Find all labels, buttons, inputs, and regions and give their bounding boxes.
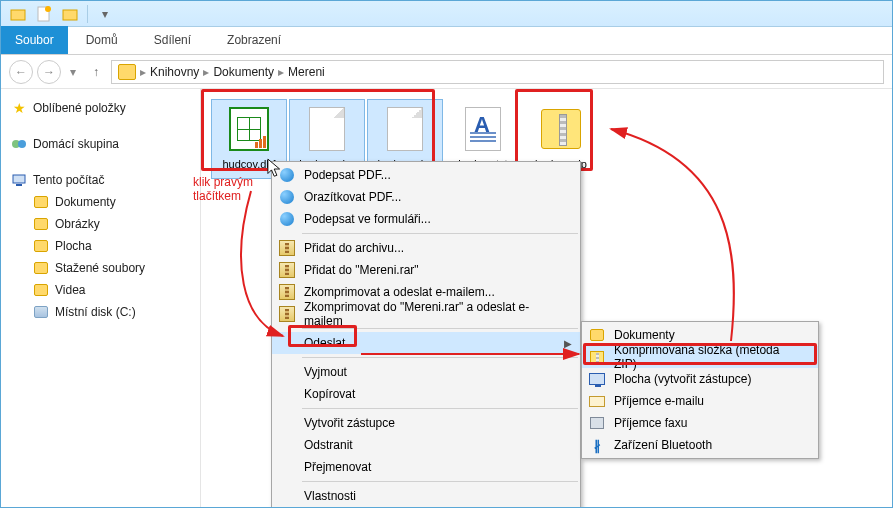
sidebar-item-localdisk[interactable]: Místní disk (C:)	[1, 301, 200, 323]
thispc-header[interactable]: Tento počítač	[1, 169, 200, 191]
address-bar[interactable]: ▸ Knihovny ▸ Dokumenty ▸ Mereni	[111, 60, 884, 84]
bluetooth-icon: ∦	[588, 436, 606, 454]
folder-icon	[33, 260, 49, 276]
sidebar-item-desktop[interactable]: Plocha	[1, 235, 200, 257]
back-button[interactable]: ←	[9, 60, 33, 84]
sendto-compressed-zip[interactable]: Komprimovaná složka (metoda ZIP)	[582, 346, 818, 368]
svg-rect-3	[63, 10, 77, 20]
submenu-arrow-icon: ▶	[564, 338, 572, 349]
forward-button[interactable]: →	[37, 60, 61, 84]
breadcrumb-item[interactable]: Knihovny	[150, 65, 199, 79]
fax-icon	[588, 414, 606, 432]
homegroup-icon	[11, 136, 27, 152]
computer-icon	[11, 172, 27, 188]
blank-icon	[278, 334, 296, 352]
sendto-desktop[interactable]: Plocha (vytvořit zástupce)	[582, 368, 818, 390]
up-button[interactable]: ↑	[85, 61, 107, 83]
sendto-submenu: Dokumenty Komprimovaná složka (metoda ZI…	[581, 321, 819, 459]
folder-icon	[33, 238, 49, 254]
disk-icon	[33, 304, 49, 320]
folder-icon	[588, 326, 606, 344]
ctx-sign-form[interactable]: Podepsat ve formuláři...	[272, 208, 580, 230]
archive-icon	[278, 239, 296, 257]
title-bar: ▾	[1, 1, 892, 27]
sendto-fax[interactable]: Příjemce faxu	[582, 412, 818, 434]
file-icon	[384, 106, 426, 152]
pdf-icon	[278, 210, 296, 228]
text-file-icon: A	[462, 106, 504, 152]
breadcrumb-item[interactable]: Dokumenty	[213, 65, 274, 79]
sidebar-item-pictures[interactable]: Obrázky	[1, 213, 200, 235]
qa-dropdown-icon[interactable]: ▾	[96, 5, 114, 23]
ctx-shortcut[interactable]: Vytvořit zástupce	[272, 412, 580, 434]
homegroup-label: Domácí skupina	[33, 137, 119, 151]
archive-icon	[278, 261, 296, 279]
file-tab[interactable]: Soubor	[1, 26, 68, 54]
favorites-label: Oblíbené položky	[33, 101, 126, 115]
qa-separator	[87, 5, 88, 23]
ctx-cut[interactable]: Vyjmout	[272, 361, 580, 383]
ctx-stamp-pdf[interactable]: Orazítkovat PDF...	[272, 186, 580, 208]
svg-rect-6	[13, 175, 25, 183]
zip-file-icon	[540, 106, 582, 152]
spreadsheet-icon	[228, 106, 270, 152]
mail-icon	[588, 392, 606, 410]
svg-point-2	[45, 6, 51, 12]
nav-bar: ← → ▾ ↑ ▸ Knihovny ▸ Dokumenty ▸ Mereni	[1, 55, 892, 89]
homegroup-header[interactable]: Domácí skupina	[1, 133, 200, 155]
folder-icon	[118, 64, 136, 80]
star-icon: ★	[11, 100, 27, 116]
ctx-delete[interactable]: Odstranit	[272, 434, 580, 456]
breadcrumb-item[interactable]: Mereni	[288, 65, 325, 79]
chevron-right-icon: ▸	[278, 65, 284, 79]
desktop-icon	[588, 370, 606, 388]
sidebar-item-videos[interactable]: Videa	[1, 279, 200, 301]
ctx-add-archive[interactable]: Přidat do archivu...	[272, 237, 580, 259]
sidebar-item-downloads[interactable]: Stažené soubory	[1, 257, 200, 279]
history-dropdown[interactable]: ▾	[65, 60, 81, 84]
ctx-properties[interactable]: Vlastnosti	[272, 485, 580, 507]
sendto-mail[interactable]: Příjemce e-mailu	[582, 390, 818, 412]
ctx-rename[interactable]: Přejmenovat	[272, 456, 580, 478]
thispc-label: Tento počítač	[33, 173, 104, 187]
context-menu: Podepsat PDF... Orazítkovat PDF... Podep…	[271, 161, 581, 508]
tab-share[interactable]: Sdílení	[136, 26, 209, 54]
file-icon	[306, 106, 348, 152]
annotation-rightclick: klik pravým tlačítkem	[193, 175, 253, 203]
explorer-window: ▾ Soubor Domů Sdílení Zobrazení ← → ▾ ↑ …	[0, 0, 893, 508]
pdf-icon	[278, 188, 296, 206]
favorites-header[interactable]: ★ Oblíbené položky	[1, 97, 200, 119]
folder-icon	[33, 194, 49, 210]
qa-folder-icon[interactable]	[61, 5, 79, 23]
svg-point-5	[18, 140, 26, 148]
chevron-right-icon: ▸	[203, 65, 209, 79]
window-icon	[9, 5, 27, 23]
new-doc-icon[interactable]	[35, 5, 53, 23]
sendto-bluetooth[interactable]: ∦Zařízení Bluetooth	[582, 434, 818, 456]
tab-home[interactable]: Domů	[68, 26, 136, 54]
ribbon-tabs: Soubor Domů Sdílení Zobrazení	[1, 27, 892, 55]
folder-icon	[33, 216, 49, 232]
svg-rect-0	[11, 10, 25, 20]
nav-tree: ★ Oblíbené položky Domácí skupina Te	[1, 89, 201, 508]
sidebar-item-documents[interactable]: Dokumenty	[1, 191, 200, 213]
folder-icon	[33, 282, 49, 298]
ctx-add-rar[interactable]: Přidat do "Mereni.rar"	[272, 259, 580, 281]
archive-icon	[278, 305, 296, 323]
svg-rect-7	[16, 184, 22, 186]
tab-view[interactable]: Zobrazení	[209, 26, 299, 54]
ctx-send-to[interactable]: Odeslat ▶	[272, 332, 580, 354]
ctx-compress-rar-email[interactable]: Zkomprimovat do "Mereni.rar" a odeslat e…	[272, 303, 580, 325]
archive-icon	[278, 283, 296, 301]
ctx-copy[interactable]: Kopírovat	[272, 383, 580, 405]
zip-icon	[588, 348, 606, 366]
chevron-right-icon: ▸	[140, 65, 146, 79]
ctx-sign-pdf[interactable]: Podepsat PDF...	[272, 164, 580, 186]
cursor-icon	[267, 158, 285, 180]
